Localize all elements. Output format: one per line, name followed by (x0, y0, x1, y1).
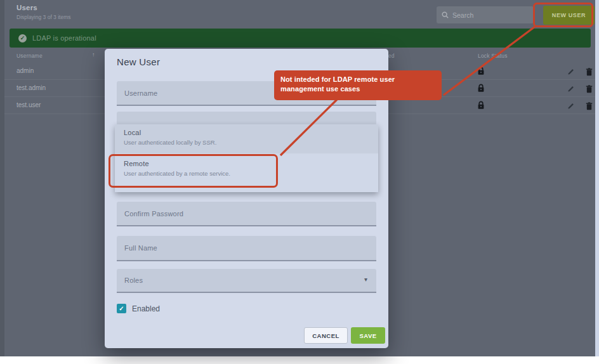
confirm-password-field[interactable]: Confirm Password (117, 202, 376, 226)
page-subtitle: Displaying 3 of 3 items (16, 14, 71, 20)
edit-icon[interactable] (567, 101, 575, 113)
auth-option-local-description: User authenticated locally by SSR. (124, 139, 369, 146)
delete-icon[interactable] (586, 84, 593, 96)
search-icon (442, 11, 449, 18)
left-edge-shade (0, 0, 4, 356)
chevron-down-icon: ▾ (364, 276, 367, 283)
banner-text: LDAP is operational (32, 34, 96, 42)
username-cell: test.user (16, 101, 41, 108)
username-field-label: Username (124, 89, 157, 97)
enabled-checkbox-row[interactable]: ✓ Enabled (117, 304, 160, 313)
lock-icon[interactable] (477, 84, 485, 95)
auth-type-dropdown-menu: Local User authenticated locally by SSR.… (115, 124, 378, 192)
delete-icon[interactable] (586, 101, 593, 113)
full-name-field-label: Full Name (124, 244, 157, 252)
search-input[interactable] (452, 11, 522, 19)
auth-option-remote-label: Remote (124, 160, 369, 167)
username-cell: admin (16, 67, 34, 74)
username-cell: test.admin (16, 84, 46, 91)
auth-option-remote-description: User authenticated by a remote service. (124, 170, 369, 177)
enabled-checkbox[interactable]: ✓ (117, 304, 126, 313)
auth-option-local[interactable]: Local User authenticated locally by SSR. (115, 124, 378, 153)
column-header-lock-status[interactable]: Lock Status (478, 53, 508, 59)
search-box[interactable] (437, 6, 534, 23)
cancel-button[interactable]: CANCEL (304, 327, 348, 344)
roles-select[interactable]: Roles ▾ (117, 269, 376, 293)
check-circle-icon: ✓ (18, 34, 27, 42)
full-name-field[interactable]: Full Name (117, 236, 376, 261)
auth-option-remote[interactable]: Remote User authenticated by a remote se… (115, 153, 378, 192)
edit-icon[interactable] (567, 67, 575, 79)
roles-select-label: Roles (124, 276, 143, 284)
ldap-status-banner: ✓ LDAP is operational (10, 29, 591, 48)
auth-option-local-label: Local (124, 129, 369, 136)
save-button[interactable]: SAVE (351, 327, 385, 344)
lock-icon[interactable] (477, 67, 485, 78)
username-field[interactable]: Username (117, 81, 376, 106)
new-user-button[interactable]: NEW USER (543, 6, 595, 25)
right-edge-strip (595, 0, 599, 356)
new-user-modal: New User Username Local User authenticat… (105, 49, 388, 348)
screenshot-stage: Users Displaying 3 of 3 items NEW USER ✓… (0, 0, 599, 364)
delete-icon[interactable] (586, 67, 593, 79)
enabled-checkbox-label: Enabled (132, 304, 160, 313)
sort-ascending-icon[interactable]: ↑ (92, 51, 95, 58)
page-title: Users (16, 4, 37, 11)
column-header-username[interactable]: Username (16, 53, 43, 59)
modal-title: New User (117, 56, 160, 67)
bottom-margin (0, 356, 599, 364)
confirm-password-field-label: Confirm Password (124, 210, 183, 218)
edit-icon[interactable] (567, 84, 575, 96)
lock-icon[interactable] (477, 101, 485, 112)
